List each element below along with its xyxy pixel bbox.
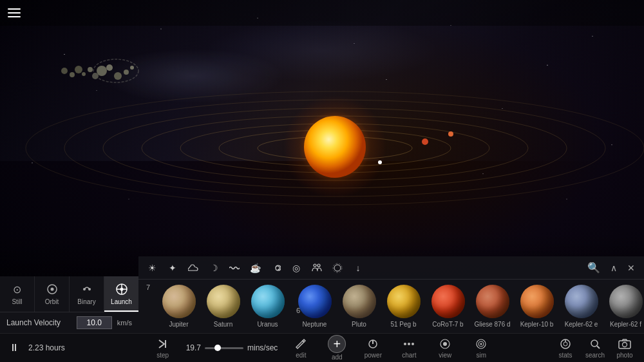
tool-spiral[interactable] bbox=[267, 260, 284, 276]
planet-name-saturn: Saturn bbox=[214, 321, 232, 328]
stats-label: stats bbox=[558, 352, 572, 359]
toolbar-item-view[interactable]: view bbox=[432, 337, 458, 359]
planet-item-kepler62e[interactable]: Kepler-62 e bbox=[560, 283, 602, 329]
planet-item-kepler62f[interactable]: Kepler-62 f bbox=[605, 283, 644, 329]
svg-point-21 bbox=[82, 72, 86, 76]
planet-item-kepler10b[interactable]: Kepler-10 b bbox=[516, 283, 558, 329]
planet-item-saturn[interactable]: Saturn bbox=[202, 283, 244, 329]
toolbar-item-sim[interactable]: sim bbox=[468, 337, 494, 359]
svg-line-52 bbox=[597, 346, 600, 348]
velocity-label: Launch Velocity bbox=[6, 318, 71, 327]
still-label: Still bbox=[12, 298, 22, 305]
velocity-input[interactable] bbox=[77, 316, 112, 329]
photo-icon bbox=[618, 337, 631, 351]
photo-label: photo bbox=[616, 352, 632, 359]
tool-teapot[interactable]: ☕ bbox=[247, 260, 263, 276]
binary-label: Binary bbox=[77, 298, 95, 305]
svg-point-23 bbox=[70, 72, 75, 77]
planet-list: 7 Jupiter Saturn Uranus 6 Neptune Pluto bbox=[138, 280, 644, 333]
planet-sphere-corot7b bbox=[431, 285, 465, 318]
tool-cloud[interactable] bbox=[185, 260, 202, 276]
speed-slider[interactable] bbox=[205, 347, 243, 349]
chart-icon bbox=[402, 337, 415, 351]
toolbar-item-step[interactable]: step bbox=[150, 337, 176, 359]
planet-sphere-kepler62f bbox=[609, 285, 643, 318]
step-icon bbox=[156, 337, 169, 351]
hamburger-menu[interactable] bbox=[8, 8, 21, 17]
svg-point-44 bbox=[443, 342, 447, 346]
svg-point-34 bbox=[317, 264, 320, 267]
tool-people[interactable] bbox=[308, 260, 325, 276]
svg-point-54 bbox=[623, 343, 627, 347]
sim-icon bbox=[475, 337, 487, 351]
chart-label: chart bbox=[402, 352, 416, 359]
toolbar-item-chart[interactable]: chart bbox=[396, 337, 422, 359]
tool-sun[interactable]: ☀ bbox=[144, 260, 160, 276]
panel-collapse-btn[interactable]: ∧ bbox=[607, 262, 621, 274]
toolbar-item-stats[interactable]: stats bbox=[553, 337, 578, 359]
time-display: 2.23 hours bbox=[28, 343, 65, 352]
mode-orbit[interactable]: Orbit bbox=[35, 276, 70, 312]
toolbar-item-search[interactable]: search bbox=[582, 337, 608, 359]
svg-point-28 bbox=[88, 288, 91, 291]
launch-icon bbox=[114, 281, 129, 297]
planet-search-btn[interactable]: 🔍 bbox=[585, 260, 603, 275]
tool-wave[interactable] bbox=[226, 260, 243, 276]
speed-control: 19.7 mins/sec bbox=[186, 343, 278, 352]
toolbar-item-photo[interactable]: photo bbox=[612, 337, 638, 359]
play-pause-icon: ⏸ bbox=[9, 342, 19, 353]
svg-point-22 bbox=[75, 66, 82, 73]
planet-name-pluto: Pluto bbox=[352, 321, 366, 328]
orbit-label: Orbit bbox=[45, 298, 59, 305]
planet-toolbar: ☀ ✦ ☽ ☕ ◎ ↓ 🔍 ∧ ✕ bbox=[138, 256, 644, 280]
tool-brightness[interactable]: ✦ bbox=[164, 260, 181, 276]
panel-controls: ∧ ✕ bbox=[607, 262, 639, 274]
toolbar-item-power[interactable]: power bbox=[360, 337, 386, 359]
planet-name-kepler62e: Kepler-62 e bbox=[565, 321, 598, 328]
still-icon: ⊙ bbox=[10, 281, 25, 297]
tool-arrow-down[interactable]: ↓ bbox=[350, 260, 366, 276]
mode-still[interactable]: ⊙ Still bbox=[0, 276, 35, 312]
svg-point-27 bbox=[83, 288, 86, 291]
planet-sphere-neptune bbox=[298, 285, 332, 318]
planet-name-jupiter: Jupiter bbox=[169, 321, 188, 328]
mode-launch[interactable]: Launch bbox=[104, 276, 138, 312]
svg-point-42 bbox=[412, 343, 414, 345]
play-pause-btn[interactable]: ⏸ bbox=[6, 339, 22, 356]
planet-sphere-51pegb bbox=[387, 285, 421, 318]
planet-item-corot7b[interactable]: CoRoT-7 b bbox=[427, 283, 469, 329]
planet-number-badge: 7 bbox=[144, 283, 154, 291]
planet-item-51pegb[interactable]: 51 Peg b bbox=[383, 283, 424, 329]
planet-sphere-kepler10b bbox=[520, 285, 554, 318]
tool-crescent[interactable]: ☽ bbox=[205, 260, 222, 276]
svg-point-26 bbox=[50, 288, 53, 291]
mode-binary[interactable]: Binary bbox=[70, 276, 104, 312]
speed-unit: mins/sec bbox=[247, 343, 278, 352]
tool-ring[interactable]: ◎ bbox=[288, 260, 305, 276]
add-label: add bbox=[332, 354, 343, 361]
svg-point-41 bbox=[408, 343, 410, 345]
search-label: search bbox=[585, 352, 605, 359]
planet-sphere-jupiter bbox=[162, 285, 196, 318]
edit-label: edit bbox=[296, 352, 306, 359]
stats-icon bbox=[560, 337, 571, 351]
power-label: power bbox=[365, 352, 382, 359]
toolbar-item-edit[interactable]: edit bbox=[288, 337, 314, 359]
planet-sphere-saturn bbox=[207, 285, 240, 318]
svg-point-49 bbox=[564, 342, 567, 346]
planet-item-gliese876d[interactable]: Gliese 876 d bbox=[471, 283, 513, 329]
launch-label: Launch bbox=[111, 298, 132, 305]
planet-item-jupiter[interactable]: Jupiter bbox=[158, 283, 200, 329]
sim-label: sim bbox=[477, 352, 487, 359]
toolbar-item-add[interactable]: + add bbox=[324, 335, 350, 361]
svg-point-14 bbox=[97, 66, 107, 76]
panel-close-btn[interactable]: ✕ bbox=[623, 262, 639, 274]
svg-point-11 bbox=[378, 160, 382, 164]
add-icon: + bbox=[328, 335, 346, 353]
tool-star-ring[interactable] bbox=[329, 260, 346, 276]
svg-point-24 bbox=[61, 68, 68, 74]
mode-buttons: ⊙ Still Orbit Binary bbox=[0, 276, 138, 312]
planet-item-pluto[interactable]: Pluto bbox=[338, 283, 380, 329]
number-badge-6: 6 bbox=[296, 307, 300, 314]
planet-item-uranus[interactable]: Uranus bbox=[247, 283, 289, 329]
